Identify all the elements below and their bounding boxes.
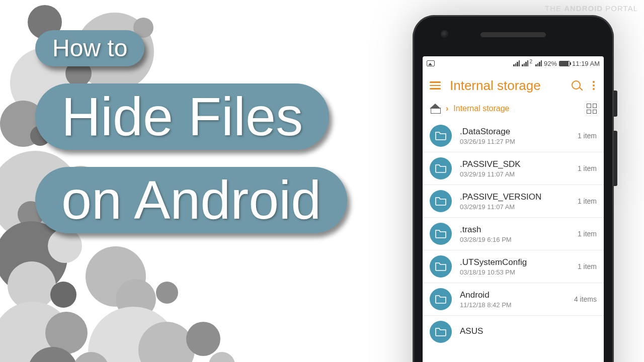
file-name: .trash bbox=[460, 225, 570, 235]
bubble bbox=[48, 229, 82, 263]
phone-mockup: 2 92% 11:19 AM Internal storage › Intern… bbox=[413, 15, 614, 362]
phone-volume-button bbox=[614, 131, 617, 186]
file-date: 11/12/18 8:42 PM bbox=[460, 301, 566, 309]
folder-icon bbox=[430, 157, 452, 179]
phone-power-button bbox=[614, 90, 617, 117]
grid-view-icon[interactable] bbox=[587, 104, 597, 114]
more-icon[interactable] bbox=[591, 79, 597, 92]
chevron-right-icon: › bbox=[446, 104, 448, 113]
search-icon[interactable] bbox=[572, 80, 582, 90]
file-date: 03/18/19 10:53 PM bbox=[460, 268, 570, 276]
file-row[interactable]: .trash03/28/19 6:16 PM1 item bbox=[423, 218, 604, 250]
file-row[interactable]: .UTSystemConfig03/18/19 10:53 PM1 item bbox=[423, 250, 604, 283]
battery-icon bbox=[559, 61, 570, 66]
phone-screen: 2 92% 11:19 AM Internal storage › Intern… bbox=[423, 56, 604, 362]
folder-icon bbox=[430, 321, 452, 343]
title-line-1: How to bbox=[35, 30, 144, 66]
home-icon[interactable] bbox=[430, 104, 441, 114]
bubble bbox=[156, 282, 178, 304]
file-date: 03/29/19 11:07 AM bbox=[460, 203, 570, 211]
file-row[interactable]: .DataStorage03/26/19 11:27 PM1 item bbox=[423, 120, 604, 152]
cell-signal-icon-2 bbox=[535, 60, 542, 66]
title-line-2: Hide Files bbox=[35, 83, 329, 150]
status-bar: 2 92% 11:19 AM bbox=[423, 56, 604, 70]
title-line-3: on Android bbox=[35, 167, 347, 233]
title-group: How to Hide Files on Android bbox=[35, 30, 347, 233]
image-icon bbox=[427, 60, 435, 66]
folder-icon bbox=[430, 190, 452, 212]
file-name: .PASSIVE_VERSION bbox=[460, 192, 570, 202]
file-name: ASUS bbox=[460, 326, 589, 336]
status-time: 11:19 AM bbox=[572, 60, 600, 67]
app-title: Internal storage bbox=[450, 78, 562, 94]
file-count: 1 item bbox=[578, 197, 597, 205]
sim-label: 2 bbox=[529, 59, 532, 64]
watermark-post: PORTAL bbox=[605, 4, 638, 13]
folder-icon bbox=[430, 223, 452, 245]
folder-icon bbox=[430, 125, 452, 147]
folder-icon bbox=[430, 255, 452, 278]
phone-speaker bbox=[480, 32, 546, 37]
battery-percent: 92% bbox=[544, 60, 557, 67]
bubble bbox=[50, 282, 76, 308]
bubble bbox=[186, 322, 220, 356]
file-list: .DataStorage03/26/19 11:27 PM1 item.PASS… bbox=[423, 120, 604, 362]
breadcrumb: › Internal storage bbox=[423, 101, 604, 120]
file-name: .UTSystemConfig bbox=[460, 257, 570, 267]
file-row[interactable]: ASUS bbox=[423, 316, 604, 348]
watermark-bold: ANDROID bbox=[564, 4, 603, 13]
file-row[interactable]: .PASSIVE_VERSION03/29/19 11:07 AM1 item bbox=[423, 185, 604, 218]
file-date: 03/26/19 11:27 PM bbox=[460, 138, 570, 145]
file-row[interactable]: Android11/12/18 8:42 PM4 items bbox=[423, 283, 604, 316]
file-name: .DataStorage bbox=[460, 127, 570, 137]
menu-icon[interactable] bbox=[430, 78, 441, 92]
watermark-logo: THE ANDROID PORTAL bbox=[545, 4, 638, 13]
file-count: 1 item bbox=[578, 132, 597, 140]
watermark-pre: THE bbox=[545, 4, 561, 13]
breadcrumb-current[interactable]: Internal storage bbox=[453, 104, 582, 113]
file-count: 1 item bbox=[578, 230, 597, 238]
file-date: 03/28/19 6:16 PM bbox=[460, 236, 570, 243]
bubble bbox=[209, 352, 235, 362]
app-header: Internal storage bbox=[423, 70, 604, 101]
file-date: 03/29/19 11:07 AM bbox=[460, 170, 570, 178]
file-name: Android bbox=[460, 290, 566, 300]
phone-camera bbox=[441, 30, 449, 38]
file-row[interactable]: .PASSIVE_SDK03/29/19 11:07 AM1 item bbox=[423, 152, 604, 185]
file-count: 4 items bbox=[574, 295, 597, 303]
folder-icon bbox=[430, 288, 452, 310]
file-count: 1 item bbox=[578, 164, 597, 172]
file-name: .PASSIVE_SDK bbox=[460, 159, 570, 169]
wifi-signal-icon bbox=[513, 60, 520, 66]
file-count: 1 item bbox=[578, 262, 597, 270]
cell-signal-icon bbox=[522, 60, 528, 66]
